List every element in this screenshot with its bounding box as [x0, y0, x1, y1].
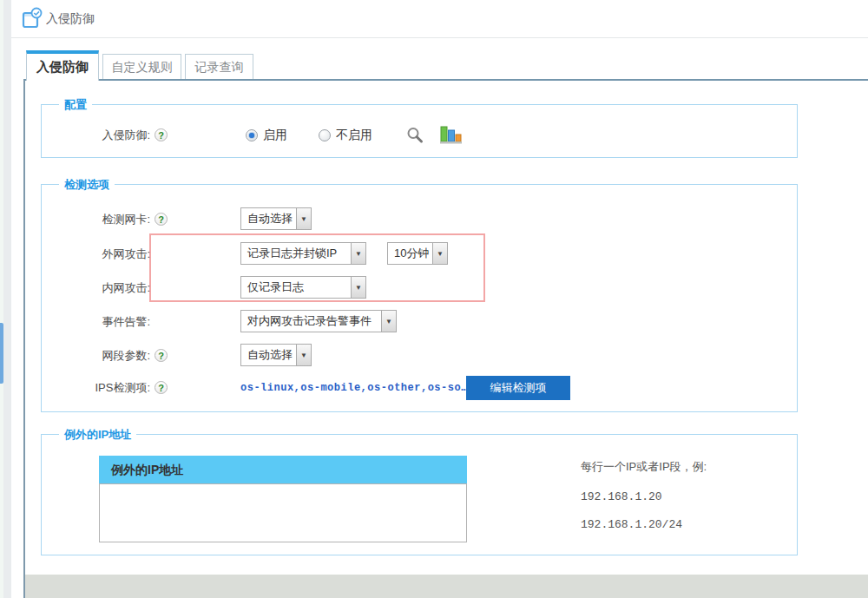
wan-attack-select[interactable]: 记录日志并封锁IP ▼	[240, 242, 366, 265]
page-header: 入侵防御	[11, 0, 868, 37]
dropdown-arrow-icon: ▼	[351, 277, 365, 298]
help-icon[interactable]: ?	[155, 381, 168, 394]
help-icon[interactable]: ?	[155, 349, 168, 362]
event-alert-select[interactable]: 对内网攻击记录告警事件 ▼	[240, 310, 397, 332]
ips-items-label: IPS检测项:	[39, 376, 150, 400]
exception-ip-textarea[interactable]	[99, 483, 467, 542]
exception-ip-legend: 例外的IP地址	[59, 427, 136, 443]
dropdown-arrow-icon: ▼	[296, 208, 311, 229]
help-icon[interactable]: ?	[155, 213, 168, 226]
wan-attack-label: 外网攻击:	[39, 242, 150, 266]
page: 入侵防御 入侵防御 自定义规则 记录查询 配置 入侵防御: ? 启用 不启用	[0, 0, 868, 598]
ip-hint-example-1: 192.168.1.20	[581, 490, 662, 503]
edit-detect-items-button[interactable]: 编辑检测项	[466, 376, 570, 400]
nic-select[interactable]: 自动选择 ▼	[240, 207, 312, 230]
search-icon[interactable]	[405, 126, 424, 148]
clipboard-check-icon	[22, 7, 44, 35]
dropdown-arrow-icon: ▼	[432, 243, 447, 264]
ip-hint-example-2: 192.168.1.20/24	[581, 518, 682, 531]
tab-intrusion-prevention[interactable]: 入侵防御	[26, 50, 99, 81]
dropdown-arrow-icon: ▼	[351, 243, 365, 264]
intrusion-prevention-label: 入侵防御:	[39, 123, 150, 148]
radio-button-icon	[319, 129, 331, 141]
lan-attack-select[interactable]: 仅记录日志 ▼	[240, 276, 366, 299]
dropdown-arrow-icon: ▼	[381, 311, 396, 332]
config-fieldset: 配置 入侵防御: ? 启用 不启用	[41, 104, 798, 158]
left-gutter	[3, 0, 11, 598]
page-title: 入侵防御	[46, 11, 95, 27]
segment-param-select[interactable]: 自动选择 ▼	[240, 344, 312, 366]
lan-attack-label: 内网攻击:	[39, 276, 150, 300]
radio-disable-label: 不启用	[336, 128, 372, 143]
tab-custom-rules[interactable]: 自定义规则	[102, 54, 181, 79]
ip-hint-title: 每行一个IP或者IP段，例:	[581, 459, 707, 475]
ips-items-value: os-linux,os-mobile,os-other,os-so…	[240, 382, 468, 394]
exception-ip-fieldset: 例外的IP地址 例外的IP地址 每行一个IP或者IP段，例: 192.168.1…	[41, 434, 798, 555]
event-alert-label: 事件告警:	[39, 310, 150, 334]
config-legend: 配置	[59, 97, 92, 113]
nic-label: 检测网卡:	[39, 207, 150, 232]
radio-button-icon	[246, 129, 258, 141]
bar-chart-icon[interactable]	[440, 124, 463, 148]
block-duration-select[interactable]: 10分钟 ▼	[387, 242, 448, 265]
radio-disable[interactable]: 不启用	[319, 123, 372, 148]
tab-log-query[interactable]: 记录查询	[185, 54, 253, 79]
detect-options-fieldset: 检测选项 检测网卡: ? 自动选择 ▼ 外网攻击: 记录日志并封锁IP ▼ 10…	[41, 184, 798, 412]
dropdown-arrow-icon: ▼	[296, 345, 311, 365]
radio-enable[interactable]: 启用	[246, 123, 287, 148]
detect-options-legend: 检测选项	[59, 177, 115, 193]
footer-bar	[25, 575, 868, 598]
segment-param-label: 网段参数:	[39, 344, 150, 368]
help-icon[interactable]: ?	[155, 128, 168, 141]
radio-enable-label: 启用	[263, 128, 287, 143]
sidebar-collapse-handle[interactable]	[0, 323, 3, 384]
header-divider	[11, 37, 868, 38]
exception-ip-table-header: 例外的IP地址	[99, 456, 467, 483]
